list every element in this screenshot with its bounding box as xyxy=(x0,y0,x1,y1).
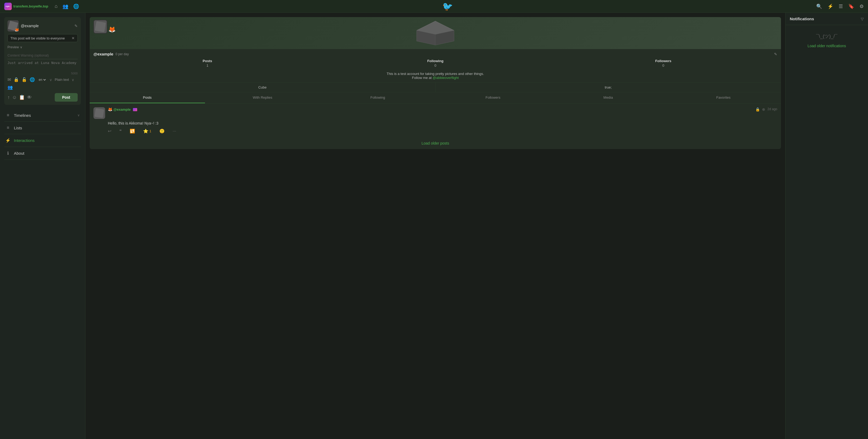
left-panel: 🦊 @example ✎ This post will be visible t… xyxy=(0,13,85,439)
boost-button[interactable]: 🔁 xyxy=(130,129,135,134)
tab-with-replies[interactable]: With Replies xyxy=(205,92,320,103)
bolt-icon[interactable]: ⚡ xyxy=(828,3,833,9)
stat-followers: Followers 0 xyxy=(549,59,777,67)
post-header: 🦊 @example 2d ago 🔒 ⊕ xyxy=(93,107,777,119)
lock-icon[interactable]: 🔒 xyxy=(13,77,19,82)
profile-avatar xyxy=(93,20,107,34)
profile-card: 🦊 @example 0 per day ✎ Posts 1 Following… xyxy=(90,17,781,149)
profile-stats: Posts 1 Following 0 Followers 0 xyxy=(90,56,781,70)
about-icon: ℹ xyxy=(5,151,11,156)
reply-button[interactable]: ↩ xyxy=(108,129,111,134)
post-body-textarea[interactable] xyxy=(7,61,78,70)
notifications-header: Notifications ▽ xyxy=(785,13,868,25)
notifications-filter-icon[interactable]: ▽ xyxy=(861,17,864,21)
post-add-icon[interactable]: ⊕ xyxy=(762,107,765,111)
home-icon[interactable]: ⌂ xyxy=(55,3,58,9)
sidebar-item-timelines[interactable]: ≡ Timelines ∨ xyxy=(4,109,81,122)
post-avatar-cube xyxy=(94,108,104,118)
profile-follow-link[interactable]: @abbieoverflight xyxy=(433,76,459,80)
tab-followers[interactable]: Followers xyxy=(435,92,551,103)
post-card: 🦊 @example 2d ago 🔒 ⊕ Hello, this is Akk… xyxy=(90,103,781,137)
eye-off-icon[interactable]: 👁 xyxy=(27,95,32,100)
compose-actions: ↑ ☺ 📋 👁 Post xyxy=(7,93,78,102)
tab-posts[interactable]: Posts xyxy=(90,92,205,103)
profile-field-cube-value: Cube xyxy=(258,86,267,89)
sidebar-item-interactions[interactable]: ⚡ Interactions xyxy=(4,134,81,147)
email-icon[interactable]: ✉ xyxy=(7,77,11,82)
profile-cube-svg xyxy=(409,19,462,48)
post-username[interactable]: @example xyxy=(114,107,131,111)
compose-card: 🦊 @example ✎ This post will be visible t… xyxy=(4,17,81,105)
stat-posts-value: 1 xyxy=(93,64,321,67)
upload-icon[interactable]: ↑ xyxy=(7,95,10,100)
profile-bio: This is a test account for taking pretty… xyxy=(90,70,781,82)
brand-logo-area[interactable]: nya~ transfem.boywife.top xyxy=(4,3,48,10)
middle-panel: 🦊 @example 0 per day ✎ Posts 1 Following… xyxy=(85,13,785,439)
sidebar-item-about[interactable]: ℹ About xyxy=(4,147,81,160)
visibility-close-button[interactable]: ✕ xyxy=(71,36,75,40)
compose-edit-icon[interactable]: ✎ xyxy=(74,24,78,28)
sidebar-timelines-label: Timelines xyxy=(14,113,74,117)
post-content: Hello, this is Akkoma! Nya~! :3 xyxy=(93,121,777,125)
quote-button[interactable]: ❝ xyxy=(119,129,122,134)
mention-icon[interactable]: 👥 xyxy=(7,85,13,90)
unlock-icon[interactable]: 🔓 xyxy=(22,77,27,82)
char-count: 5000 xyxy=(7,72,78,75)
tab-media[interactable]: Media xyxy=(551,92,666,103)
people-icon[interactable]: 👥 xyxy=(62,3,68,9)
post-meta: 🦊 @example 2d ago 🔒 ⊕ xyxy=(108,107,777,111)
profile-fields: Cube true; xyxy=(90,82,781,92)
content-warning-input[interactable] xyxy=(7,52,78,59)
notifications-title: Notifications xyxy=(790,16,859,21)
post-top-actions: 🔒 ⊕ xyxy=(755,107,765,111)
star-count: 1 xyxy=(150,129,151,133)
preview-dropdown[interactable]: Preview ∨ xyxy=(7,45,78,49)
emoji-icon[interactable]: ☺ xyxy=(12,95,17,100)
profile-edit-icon[interactable]: ✎ xyxy=(774,52,777,56)
search-icon[interactable]: 🔍 xyxy=(816,3,822,9)
settings-icon[interactable]: ⚙ xyxy=(860,3,864,9)
visibility-bar: This post will be visible to everyone ✕ xyxy=(7,34,78,42)
right-panel: Notifications ▽ ¯\_(ツ)_/¯ Load older not… xyxy=(785,13,868,439)
more-button[interactable]: ··· xyxy=(173,129,176,134)
sidebar-item-lists[interactable]: ≡ Lists xyxy=(4,122,81,134)
post-button[interactable]: Post xyxy=(55,93,78,102)
sidebar-interactions-label: Interactions xyxy=(14,138,80,143)
timelines-chevron-icon: ∨ xyxy=(78,113,80,117)
notifications-empty-state: ¯\_(ツ)_/¯ Load older notifications xyxy=(785,25,868,56)
profile-field-cube: Cube xyxy=(90,83,436,92)
profile-avatar-emoji: 🦊 xyxy=(108,26,116,33)
globe-icon[interactable]: 🌐 xyxy=(73,3,79,9)
language-select[interactable]: en xyxy=(38,78,47,82)
brand-logo: nya~ xyxy=(4,3,12,10)
tab-following[interactable]: Following xyxy=(320,92,435,103)
post-footer: ↩ ❝ 🔁 ⭐ 1 🙂 ··· xyxy=(93,129,777,134)
profile-tabs: Posts With Replies Following Followers M… xyxy=(90,92,781,103)
profile-bio-text: This is a test account for taking pretty… xyxy=(387,72,484,76)
sidebar-about-label: About xyxy=(14,151,80,156)
app-logo-center: 🐦 xyxy=(442,1,453,11)
post-avatar xyxy=(93,107,105,119)
notifications-kaomoji: ¯\_(ツ)_/¯ xyxy=(816,33,838,39)
load-older-notifications-button[interactable]: Load older notifications xyxy=(808,44,846,48)
lists-icon: ≡ xyxy=(5,125,11,130)
stat-followers-label: Followers xyxy=(549,59,777,63)
post-verified-badge xyxy=(133,108,137,111)
profile-info-bar: @example 0 per day ✎ xyxy=(90,49,781,56)
compose-toolbar: ✉ 🔒 🔓 🌐 en ∨ Plain text ∨ xyxy=(7,77,78,82)
format-label[interactable]: Plain text xyxy=(55,78,69,81)
tab-favorites[interactable]: Favorites xyxy=(666,92,781,103)
draft-icon[interactable]: 📋 xyxy=(19,94,25,100)
load-older-posts-button[interactable]: Load older posts xyxy=(90,137,781,149)
compose-header: 🦊 @example ✎ xyxy=(7,20,78,31)
interactions-icon: ⚡ xyxy=(5,138,11,143)
compose-username: @example xyxy=(21,24,39,28)
globe-compose-icon[interactable]: 🌐 xyxy=(30,77,35,82)
profile-username: @example xyxy=(93,52,114,56)
sidebar-navigation: ≡ Timelines ∨ ≡ Lists ⚡ Interactions ℹ A… xyxy=(4,109,81,160)
bookmark-icon[interactable]: 🔖 xyxy=(848,3,854,9)
star-button[interactable]: ⭐ 1 xyxy=(143,129,151,134)
list-icon[interactable]: ☰ xyxy=(839,3,843,9)
compose-user: @example xyxy=(21,24,72,28)
emoji-react-button[interactable]: 🙂 xyxy=(159,129,165,134)
